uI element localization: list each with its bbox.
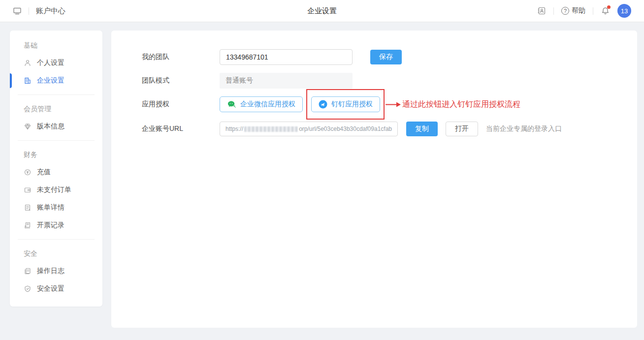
auth-row: 应用授权 企业微信应用授权 钉钉应用授权: [142, 96, 637, 112]
annotation-text: 通过此按钮进入钉钉应用授权流程: [402, 99, 520, 110]
sidebar-section-membership: 会员管理: [10, 100, 102, 118]
sidebar-item-personal-settings[interactable]: 个人设置: [10, 54, 102, 72]
annotation-arrow: [386, 104, 396, 105]
sidebar-divider: [18, 94, 95, 95]
url-hint: 当前企业专属的登录入口: [486, 124, 562, 133]
enterprise-settings-panel: 我的团队 保存 团队模式 普通账号 应用授权 企业微信应用授权: [111, 31, 637, 328]
save-button[interactable]: 保存: [370, 50, 402, 64]
dingtalk-button-wrapper: 钉钉应用授权 通过此按钮进入钉钉应用授权流程: [311, 96, 380, 112]
contacts-icon[interactable]: [537, 6, 546, 15]
avatar[interactable]: 13: [617, 4, 631, 18]
sidebar-item-label: 未支付订单: [37, 185, 71, 194]
sidebar-item-operation-logs[interactable]: 操作日志: [10, 262, 102, 280]
header-right: ? 帮助 13: [537, 4, 631, 18]
copy-button[interactable]: 复制: [406, 122, 438, 136]
sidebar-section-security: 安全: [10, 245, 102, 262]
monitor-icon[interactable]: [13, 6, 22, 15]
sidebar-item-enterprise-settings[interactable]: 企业设置: [10, 72, 102, 90]
header-divider: [29, 7, 29, 15]
sidebar-item-label: 充值: [37, 168, 51, 177]
url-suffix: orp/url/5e03ceb43b30cdaf09a1cfab: [299, 125, 392, 132]
dingtalk-auth-label: 钉钉应用授权: [331, 100, 373, 109]
team-row: 我的团队 保存: [142, 49, 637, 65]
sidebar-item-invoice-records[interactable]: 开票记录: [10, 216, 102, 234]
team-mode-value: 普通账号: [220, 73, 353, 89]
sidebar-item-label: 个人设置: [37, 59, 64, 67]
top-header: 账户中心 企业设置 ? 帮助: [0, 0, 644, 22]
invoice-icon: [24, 221, 32, 229]
wechat-work-icon: [227, 100, 236, 109]
url-label: 企业账号URL: [142, 124, 220, 133]
wallet-icon: [24, 186, 32, 194]
bill-icon: [24, 204, 32, 212]
header-left: 账户中心: [13, 6, 65, 16]
sidebar-item-version-info[interactable]: 版本信息: [10, 118, 102, 135]
url-prefix: https://: [225, 125, 243, 132]
team-label: 我的团队: [142, 53, 220, 62]
sidebar-section-basic: 基础: [10, 36, 102, 54]
sidebar-item-label: 版本信息: [37, 122, 64, 131]
account-center-page: 账户中心 企业设置 ? 帮助: [0, 0, 644, 340]
wechat-work-auth-label: 企业微信应用授权: [240, 100, 295, 109]
annotation: 通过此按钮进入钉钉应用授权流程: [386, 99, 520, 110]
sidebar-item-bill-details[interactable]: 账单详情: [10, 199, 102, 216]
gem-icon: [24, 123, 32, 130]
sidebar: 基础 个人设置 企业设置 会员管理 版本信息: [10, 31, 102, 307]
coin-icon: [24, 168, 32, 176]
shield-icon: [24, 285, 32, 293]
page-title: 企业设置: [307, 6, 337, 16]
sidebar-item-label: 开票记录: [37, 221, 64, 230]
app-title: 账户中心: [36, 6, 65, 16]
auth-label: 应用授权: [142, 100, 220, 109]
header-divider: [593, 7, 593, 15]
annotation-arrowhead-icon: [396, 102, 401, 107]
sidebar-divider: [18, 239, 95, 240]
url-masked-segment: [244, 126, 298, 132]
mode-row: 团队模式 普通账号: [142, 73, 637, 89]
building-icon: [24, 77, 32, 85]
sidebar-item-label: 操作日志: [37, 267, 64, 276]
user-icon: [24, 59, 32, 67]
sidebar-item-label: 安全设置: [37, 284, 64, 293]
log-icon: [24, 267, 32, 275]
header-divider: [553, 7, 554, 15]
dingtalk-icon: [319, 100, 327, 109]
sidebar-item-label: 账单详情: [37, 203, 64, 212]
active-indicator: [10, 73, 12, 88]
url-row: 企业账号URL https:// orp/url/5e03ceb43b30cda…: [142, 122, 637, 136]
bell-icon[interactable]: [601, 6, 610, 16]
team-name-input[interactable]: [220, 49, 353, 65]
sidebar-section-finance: 财务: [10, 146, 102, 163]
sidebar-item-unpaid-orders[interactable]: 未支付订单: [10, 181, 102, 199]
open-button[interactable]: 打开: [446, 122, 478, 136]
enterprise-url-input[interactable]: https:// orp/url/5e03ceb43b30cdaf09a1cfa…: [220, 122, 398, 136]
help-label: 帮助: [572, 6, 585, 15]
mode-label: 团队模式: [142, 76, 220, 85]
help-button[interactable]: ? 帮助: [561, 6, 585, 15]
sidebar-divider: [18, 140, 95, 141]
help-icon: ?: [561, 7, 569, 15]
notification-dot: [607, 5, 611, 9]
wechat-work-auth-button[interactable]: 企业微信应用授权: [220, 96, 303, 112]
sidebar-item-recharge[interactable]: 充值: [10, 163, 102, 181]
dingtalk-auth-button[interactable]: 钉钉应用授权: [311, 96, 380, 112]
sidebar-item-security-settings[interactable]: 安全设置: [10, 280, 102, 298]
sidebar-item-label: 企业设置: [37, 76, 64, 85]
